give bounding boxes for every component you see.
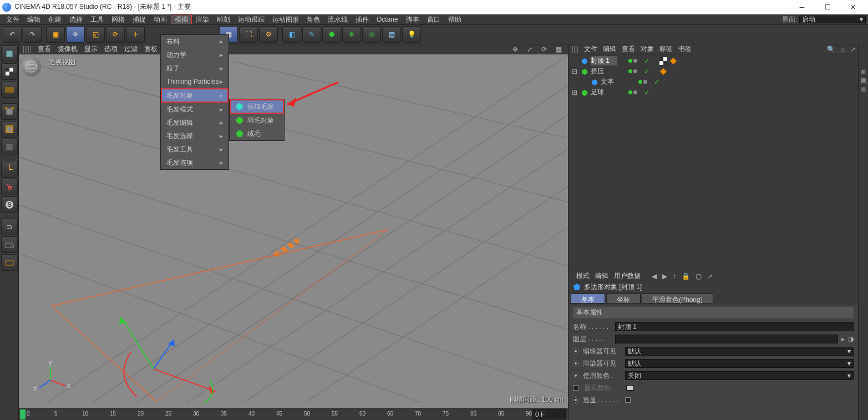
dock-tab-对象[interactable]: 对象 — [859, 61, 869, 68]
expand2-icon[interactable]: ↗ — [707, 272, 713, 280]
objmenu-文件[interactable]: 文件 — [584, 44, 597, 54]
layer-field[interactable] — [615, 335, 838, 343]
menu-窗口[interactable]: 窗口 — [423, 14, 444, 26]
objmenu-编辑[interactable]: 编辑 — [603, 44, 616, 54]
snap-button[interactable]: S — [1, 196, 18, 213]
last-tool-button[interactable]: ✛ — [126, 26, 145, 43]
menu-雕刻[interactable]: 雕刻 — [213, 14, 234, 26]
search-icon[interactable]: 🔍 — [827, 45, 835, 53]
attrmenu-用户数据[interactable]: 用户数据 — [614, 271, 641, 281]
new-icon[interactable]: ▢ — [696, 272, 702, 280]
tab-坐标[interactable]: 坐标 — [606, 294, 641, 303]
hair-object-submenu[interactable]: 添加毛发羽毛对象绒毛 — [229, 99, 285, 141]
menu-脚本[interactable]: 脚本 — [402, 14, 423, 26]
nav-layout-icon[interactable]: ▦ — [556, 45, 564, 53]
model-mode-button[interactable] — [1, 45, 18, 62]
timeline-scale[interactable]: 051015202530354045505560657075808590 — [27, 409, 530, 419]
minimize-button[interactable]: ─ — [789, 0, 815, 14]
axis-button[interactable]: └ — [1, 161, 18, 178]
menu-item-布料[interactable]: 布料▸ — [161, 35, 229, 48]
viewport-solo-button[interactable]: 🖱 — [1, 179, 18, 195]
menu-item-粒子[interactable]: 粒子▸ — [161, 62, 229, 75]
submenu-item-添加毛发[interactable]: 添加毛发 — [230, 99, 284, 114]
color-swatch[interactable] — [626, 385, 634, 391]
menu-模拟[interactable]: 模拟 — [171, 14, 192, 26]
redo-button[interactable]: ↷ — [23, 26, 42, 43]
home-icon[interactable]: ⌂ — [841, 45, 845, 53]
tab-基本[interactable]: 基本 — [571, 294, 605, 303]
menu-运动图形[interactable]: 运动图形 — [268, 14, 303, 26]
vpmenu-面板[interactable]: 面板 — [144, 44, 158, 54]
menu-流水线[interactable]: 流水线 — [324, 14, 352, 26]
editor-vis-radio[interactable] — [573, 348, 578, 354]
vpmenu-过滤[interactable]: 过滤 — [124, 44, 138, 54]
menu-创建[interactable]: 创建 — [44, 14, 65, 26]
layer-menu-icon[interactable]: ◑ — [848, 335, 854, 343]
use-color-dropdown[interactable]: 关闭▾ — [625, 371, 854, 380]
deformer-button[interactable]: ❋ — [342, 26, 361, 43]
menu-Octane[interactable]: Octane — [373, 14, 402, 24]
locked-workplane-button[interactable] — [1, 236, 18, 253]
menu-捕捉[interactable]: 捕捉 — [129, 14, 150, 26]
render-vis-dropdown[interactable]: 默认▾ — [625, 359, 854, 368]
planar-workplane-button[interactable] — [1, 254, 18, 271]
menu-item-毛发模式[interactable]: 毛发模式▸ — [161, 103, 229, 116]
menu-编辑[interactable]: 编辑 — [23, 14, 44, 26]
menu-帮助[interactable]: 帮助 — [444, 14, 465, 26]
light-button[interactable]: 💡 — [402, 26, 421, 43]
tab-平滑着色(Phong)[interactable]: 平滑着色(Phong) — [642, 294, 713, 303]
tree-name[interactable]: 封顶 1 — [591, 56, 617, 65]
dock-tab-内容浏览器[interactable]: 内容浏览器 — [859, 70, 869, 77]
show-color-checkbox[interactable] — [573, 385, 578, 391]
generator-button[interactable]: ⬢ — [322, 26, 341, 43]
object-tree[interactable]: 封顶 1✓⊟挤压✓文本✓⊞足球✓ — [568, 54, 858, 271]
workplane-button[interactable] — [1, 81, 18, 98]
menu-item-毛发编辑[interactable]: 毛发编辑▸ — [161, 116, 229, 129]
attrmenu-模式[interactable]: 模式 — [576, 271, 590, 281]
name-field[interactable]: 封顶 1 — [615, 322, 854, 331]
expander-icon[interactable]: ⊞ — [571, 89, 578, 97]
spline-button[interactable]: ✎ — [302, 26, 321, 43]
menu-item-毛发对象[interactable]: 毛发对象▸ — [161, 88, 229, 103]
cube-button[interactable]: ◧ — [282, 26, 301, 43]
tag-phong-icon[interactable] — [659, 68, 667, 75]
scale-button[interactable]: ◱ — [86, 26, 105, 43]
magnet-button[interactable]: ⊃ — [1, 219, 18, 235]
undo-button[interactable]: ↶ — [3, 26, 22, 43]
menu-item-毛发工具[interactable]: 毛发工具▸ — [161, 143, 229, 156]
render-vis-radio[interactable] — [573, 361, 578, 366]
close-button[interactable]: ✕ — [840, 0, 866, 14]
poly-mode-button[interactable] — [1, 139, 18, 155]
tree-row-挤压[interactable]: ⊟挤压✓ — [571, 66, 856, 77]
expand-icon[interactable]: ↗ — [850, 45, 856, 53]
menu-选择[interactable]: 选择 — [65, 14, 87, 26]
layout-dropdown[interactable]: 启动 ▾ — [799, 16, 866, 23]
select-live-button[interactable]: ▣ — [46, 26, 65, 43]
nav-move-icon[interactable]: ✥ — [512, 45, 520, 53]
menu-角色[interactable]: 角色 — [303, 14, 324, 26]
objmenu-书签[interactable]: 书签 — [678, 44, 692, 54]
menu-插件[interactable]: 插件 — [352, 14, 373, 26]
menu-渲染[interactable]: 渲染 — [192, 14, 213, 26]
render-region-button[interactable]: ⛶ — [239, 26, 258, 43]
nav-zoom-icon[interactable]: ⤢ — [527, 45, 535, 53]
tree-row-文本[interactable]: 文本✓ — [571, 77, 856, 87]
move-button[interactable]: ✥ — [66, 26, 85, 43]
render-settings-button[interactable]: ⚙ — [259, 26, 278, 43]
expander-icon[interactable]: ⊟ — [571, 68, 578, 75]
menu-item-毛发选择[interactable]: 毛发选择▸ — [161, 129, 229, 143]
menu-运动跟踪[interactable]: 运动跟踪 — [234, 14, 268, 26]
timeline-playhead[interactable] — [20, 409, 26, 419]
menu-文件[interactable]: 文件 — [2, 14, 23, 26]
tag-phong-icon[interactable] — [669, 57, 677, 65]
menu-网格[interactable]: 网格 — [108, 14, 129, 26]
submenu-item-羽毛对象[interactable]: 羽毛对象 — [230, 114, 284, 127]
menu-工具[interactable]: 工具 — [87, 14, 108, 26]
editor-vis-dropdown[interactable]: 默认▾ — [625, 347, 854, 356]
lock-icon[interactable]: 🔒 — [682, 272, 690, 280]
nav-up-icon[interactable]: ↑ — [673, 272, 676, 280]
point-mode-button[interactable] — [1, 103, 18, 120]
vpmenu-摄像机[interactable]: 摄像机 — [58, 44, 78, 54]
nav-back-icon[interactable]: ◀ — [652, 272, 657, 280]
tree-row-封顶 1[interactable]: 封顶 1✓ — [571, 55, 856, 66]
